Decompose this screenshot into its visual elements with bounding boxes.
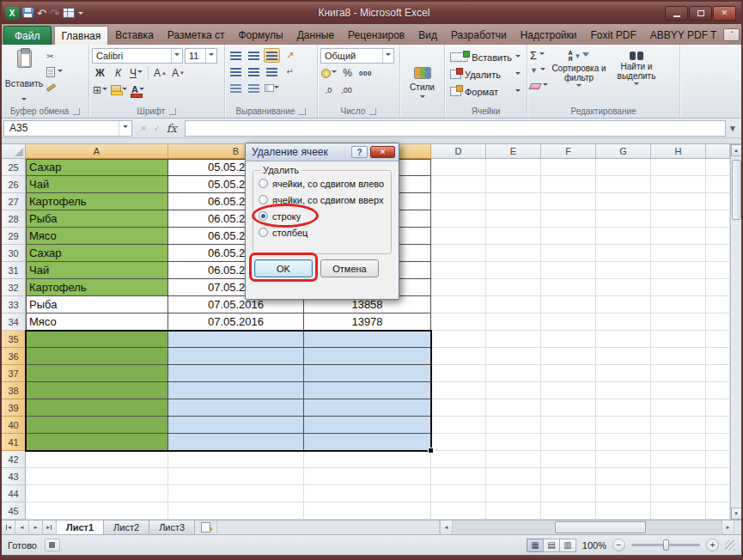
cell-G35[interactable] [596, 331, 651, 348]
cell-H38[interactable] [651, 382, 706, 399]
cell-H34[interactable] [651, 313, 706, 331]
cell-F37[interactable] [541, 365, 596, 382]
column-header-D[interactable]: D [431, 144, 486, 159]
cell-G33[interactable] [596, 296, 651, 313]
cell-C35[interactable] [304, 331, 431, 348]
cell-A36[interactable] [26, 348, 168, 365]
maximize-button[interactable] [689, 6, 712, 21]
first-sheet-button[interactable]: ◂ [2, 520, 15, 534]
styles-button[interactable]: Стили [403, 46, 442, 118]
row-header-37[interactable]: 37 [2, 365, 26, 382]
cell-E28[interactable] [486, 210, 541, 228]
name-box-dropdown-icon[interactable] [119, 121, 131, 136]
cell-F29[interactable] [541, 228, 596, 245]
cell-E30[interactable] [486, 245, 541, 262]
cell-E34[interactable] [486, 313, 541, 331]
cell-F40[interactable] [541, 417, 596, 434]
cell-G32[interactable] [596, 279, 651, 296]
select-all-button[interactable] [2, 144, 26, 159]
cell-C38[interactable] [304, 382, 431, 399]
cell-E32[interactable] [486, 279, 541, 296]
cell-A32[interactable]: Картофель [26, 279, 168, 296]
sheet-tab-Лист1[interactable]: Лист1 [57, 520, 104, 534]
dialog-option[interactable]: столбец [259, 224, 386, 240]
cell-E45[interactable] [486, 502, 541, 520]
cell-E29[interactable] [486, 228, 541, 245]
horizontal-scrollbar[interactable]: ◂ ▸ [439, 520, 741, 534]
cell-D29[interactable] [431, 228, 486, 245]
tab-ABBYY PDF T[interactable]: ABBYY PDF T [643, 26, 724, 45]
align-middle-button[interactable] [246, 48, 262, 63]
cell-G25[interactable] [596, 159, 651, 176]
cell-C44[interactable] [304, 485, 431, 502]
resize-grip-icon[interactable] [725, 540, 735, 551]
cell-G43[interactable] [596, 468, 651, 485]
cell-B35[interactable] [168, 331, 304, 348]
cell-H43[interactable] [651, 468, 706, 485]
cell-H35[interactable] [651, 331, 706, 348]
cell-G30[interactable] [596, 245, 651, 262]
dialog-option-selected[interactable]: строку [259, 208, 386, 224]
record-macro-button[interactable] [45, 539, 60, 551]
cell-D31[interactable] [431, 262, 486, 279]
cell-H30[interactable] [651, 245, 706, 262]
close-button[interactable]: ✕ [713, 6, 736, 21]
cell-H26[interactable] [651, 176, 706, 193]
cell-F43[interactable] [541, 468, 596, 485]
cell-B40[interactable] [168, 417, 304, 434]
formula-input[interactable] [185, 120, 726, 137]
cell-D27[interactable] [431, 193, 486, 210]
cell-E41[interactable] [486, 434, 541, 451]
cell-H39[interactable] [651, 399, 706, 417]
horizontal-scroll-thumb[interactable] [555, 521, 646, 533]
cell-D39[interactable] [431, 399, 486, 417]
minimize-ribbon-button[interactable]: ˆ [723, 28, 740, 41]
tab-Вид[interactable]: Вид [411, 26, 444, 45]
cell-A26[interactable]: Чай [26, 176, 168, 193]
clipboard-dialog-launcher-icon[interactable] [73, 108, 80, 115]
column-header-A[interactable]: A [26, 144, 168, 159]
dialog-option[interactable]: ячейки, со сдвигом влево [259, 175, 386, 192]
format-painter-button[interactable] [46, 82, 63, 94]
cell-G29[interactable] [596, 228, 651, 245]
row-header-42[interactable]: 42 [2, 451, 26, 468]
vertical-scrollbar[interactable]: ▲ ▼ [730, 144, 741, 520]
cell-E31[interactable] [486, 262, 541, 279]
zoom-slider[interactable] [631, 544, 700, 546]
row-header-43[interactable]: 43 [2, 468, 26, 485]
cell-B42[interactable] [168, 451, 304, 468]
cell-H27[interactable] [651, 193, 706, 210]
cell-G36[interactable] [596, 348, 651, 365]
formula-bar-expand-icon[interactable]: ▼ [726, 120, 740, 137]
cell-G37[interactable] [596, 365, 651, 382]
tab-Надстройки[interactable]: Надстройки [514, 26, 584, 45]
row-header-38[interactable]: 38 [2, 382, 26, 399]
italic-button[interactable]: К [110, 65, 126, 81]
wrap-text-button[interactable]: ↵ [282, 64, 298, 79]
cut-button[interactable]: ✂ [46, 51, 63, 63]
insert-worksheet-button[interactable]: ✦ [195, 520, 217, 534]
tab-Разработчи[interactable]: Разработчи [444, 26, 514, 45]
excel-logo-icon[interactable]: X [5, 7, 19, 20]
cell-B38[interactable] [168, 382, 304, 399]
cell-A41[interactable] [26, 434, 168, 451]
insert-function-button[interactable]: fx [167, 122, 177, 135]
cell-E25[interactable] [486, 159, 541, 176]
tab-Рецензиров[interactable]: Рецензиров [341, 26, 411, 45]
cell-A29[interactable]: Мясо [26, 228, 168, 245]
cell-C43[interactable] [304, 468, 431, 485]
sheet-tab-Лист2[interactable]: Лист2 [104, 520, 149, 534]
zoom-out-button[interactable]: − [612, 539, 625, 551]
align-center-button[interactable] [246, 64, 262, 79]
column-header-G[interactable]: G [596, 144, 651, 159]
cancel-button[interactable]: Отмена [320, 259, 379, 277]
page-break-view-button[interactable]: ▥ [559, 539, 576, 552]
increase-font-button[interactable]: А▲ [152, 65, 168, 81]
table-quick-icon[interactable] [63, 8, 75, 18]
align-top-button[interactable] [228, 48, 244, 63]
cell-E33[interactable] [486, 296, 541, 313]
normal-view-button[interactable]: ▦ [527, 539, 544, 552]
autosum-button[interactable]: Σ [530, 49, 548, 61]
cell-D40[interactable] [431, 417, 486, 434]
font-color-button[interactable]: А [130, 82, 146, 98]
